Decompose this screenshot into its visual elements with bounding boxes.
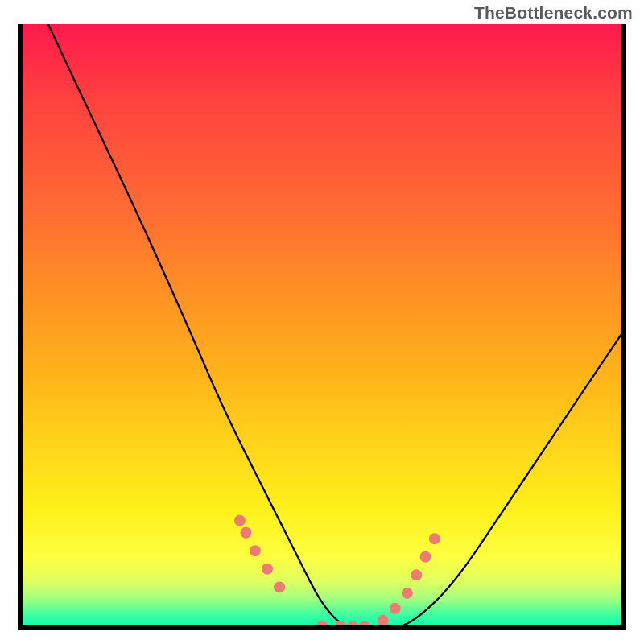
plot-gradient-area (18, 24, 626, 630)
watermark-text: TheBottleneck.com (474, 3, 633, 23)
bottom-whitespace (0, 630, 644, 644)
chart-container: TheBottleneck.com (0, 0, 644, 644)
